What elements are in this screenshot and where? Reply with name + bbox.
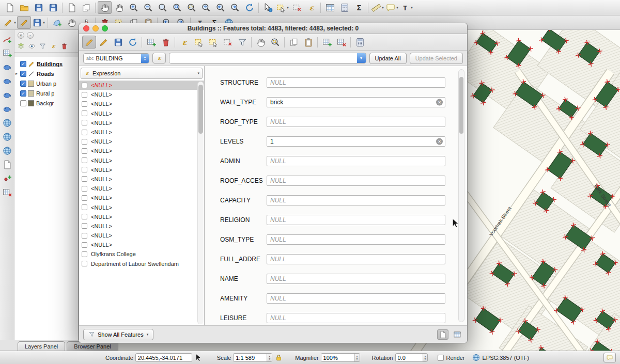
feature-list-item[interactable]: Olyfkrans College [79, 249, 204, 259]
feature-checkbox[interactable] [82, 167, 87, 172]
open-attribute-table[interactable] [323, 1, 337, 14]
pan-map[interactable] [98, 1, 112, 14]
field-input-wall_type[interactable] [267, 97, 445, 107]
feature-preview-combo[interactable]: Expression ▾ [81, 68, 203, 79]
feature-checkbox[interactable] [82, 92, 87, 98]
feature-checkbox[interactable] [82, 214, 87, 219]
render-checkbox[interactable] [438, 355, 444, 361]
layer-visibility-checkbox[interactable]: ✓ [20, 61, 26, 67]
zoom-to-selected[interactable] [268, 36, 282, 49]
add-vector-layer[interactable] [1, 33, 13, 45]
zoom-button[interactable] [102, 25, 108, 31]
feature-list-item[interactable]: <NULL> [79, 90, 204, 99]
layer-item[interactable]: ✓Rural p [14, 88, 78, 98]
mouse-position-icon[interactable] [194, 353, 203, 362]
feature-list-item[interactable]: <NULL> [79, 212, 204, 221]
expression-value-field[interactable]: ▾ [169, 53, 366, 64]
refresh-map[interactable] [242, 1, 256, 14]
feature-checkbox[interactable] [82, 157, 87, 163]
feature-list-item[interactable]: <NULL> [79, 156, 204, 165]
reload-table[interactable] [126, 36, 140, 49]
add-wms-layer[interactable] [1, 117, 13, 129]
feature-list-item[interactable]: <NULL> [79, 165, 204, 175]
add-oracle-layer[interactable] [1, 103, 13, 115]
field-input-roof_acces[interactable] [267, 176, 445, 186]
field-selector-combo[interactable]: abc BUILDING ▲▼ [83, 53, 149, 64]
rotation-input[interactable] [396, 354, 423, 361]
zoom-in[interactable] [127, 1, 141, 14]
feature-list-item[interactable]: <NULL> [79, 240, 204, 249]
expression-builder-button[interactable] [152, 53, 166, 64]
rotation-combo[interactable]: ▲▼ [395, 353, 428, 362]
show-all-features-button[interactable]: Show All Features ▾ [83, 329, 153, 340]
select-by-expression[interactable] [304, 1, 318, 14]
feature-checkbox[interactable] [82, 83, 87, 88]
zoom-to-selection[interactable] [184, 1, 198, 14]
pan-to-selected[interactable] [254, 36, 268, 49]
field-calculator[interactable] [337, 1, 351, 14]
close-button[interactable] [83, 25, 89, 31]
select-features[interactable]: ▾ [275, 1, 289, 14]
save-project-as[interactable] [46, 1, 60, 14]
new-project[interactable] [3, 1, 17, 14]
zoom-actual-size[interactable] [156, 1, 169, 14]
scale-combo[interactable]: ▲▼ [233, 353, 272, 362]
filter-select[interactable] [235, 36, 249, 49]
magnifier-input[interactable] [321, 354, 354, 361]
delete-selected-features[interactable] [159, 36, 173, 49]
field-input-admin[interactable] [267, 156, 445, 166]
panel-close-button[interactable]: ✕ [18, 32, 24, 39]
zoom-next[interactable] [228, 1, 242, 14]
field-input-osm_type[interactable] [267, 234, 445, 245]
feature-list-item[interactable]: <NULL> [79, 184, 204, 193]
remove-layer-group[interactable] [1, 186, 13, 199]
expand-arrow[interactable]: ▸ [16, 71, 20, 76]
feature-list-item[interactable]: <NULL> [79, 221, 204, 231]
expression-dropdown-icon[interactable]: ▾ [357, 53, 366, 63]
layer-item[interactable]: Backgr [14, 98, 78, 108]
expression-input[interactable] [169, 54, 357, 63]
save-layer-edits[interactable]: ▾ [32, 16, 45, 29]
field-input-full_addre[interactable] [267, 254, 445, 264]
text-annotation[interactable]: ▾ [399, 1, 413, 14]
layer-item[interactable]: ✓Urban p [14, 78, 78, 88]
select-all[interactable] [192, 36, 206, 49]
filter-by-expression[interactable] [48, 41, 59, 51]
minimize-button[interactable] [92, 25, 99, 31]
feature-list-item[interactable]: <NULL> [79, 202, 204, 212]
paste-features[interactable] [301, 36, 315, 49]
layer-visibility-checkbox[interactable]: ✓ [20, 81, 26, 87]
remove-layer[interactable] [59, 41, 70, 51]
add-delimited-text-layer[interactable] [1, 159, 13, 171]
filter-legend[interactable] [37, 41, 48, 51]
zoom-last[interactable] [213, 1, 227, 14]
feature-list-item[interactable]: <NULL> [79, 109, 204, 118]
tab-layers-panel[interactable]: Layers Panel [18, 341, 65, 351]
feature-list-item[interactable]: <NULL> [79, 137, 204, 146]
measure-line[interactable]: ▾ [370, 1, 384, 14]
feature-checkbox[interactable] [82, 130, 87, 135]
open-layer-styling-dock[interactable] [16, 41, 26, 51]
feature-list-item[interactable]: <NULL> [79, 99, 204, 108]
feature-list-item[interactable]: <NULL> [79, 146, 204, 155]
switch-to-table-view-button[interactable] [452, 329, 463, 340]
feature-checkbox[interactable] [82, 139, 87, 145]
feature-list-item[interactable]: <NULL> [79, 193, 204, 202]
dialog-titlebar[interactable]: Buildings :: Features total: 4483, filte… [79, 23, 467, 34]
field-input-leisure[interactable] [267, 313, 445, 323]
feature-checkbox[interactable] [82, 251, 87, 257]
layer-visibility-checkbox[interactable]: ✓ [20, 90, 26, 97]
feature-checkbox[interactable] [82, 148, 87, 154]
feature-checkbox[interactable] [82, 186, 87, 192]
deselect-all[interactable] [221, 36, 235, 49]
map-tips[interactable]: ▾ [385, 1, 399, 14]
feature-list-item[interactable]: <NULL> [79, 175, 204, 184]
layer-visibility-checkbox[interactable]: ✓ [20, 71, 26, 77]
field-input-amenity[interactable] [267, 293, 445, 304]
field-input-levels[interactable] [267, 136, 445, 147]
feature-list-item[interactable]: <NULL> [79, 128, 204, 137]
identify-features[interactable] [261, 1, 275, 14]
field-input-structure[interactable] [267, 77, 445, 88]
feature-checkbox[interactable] [82, 242, 87, 248]
layer-item[interactable]: ✓Buildings [14, 59, 78, 69]
